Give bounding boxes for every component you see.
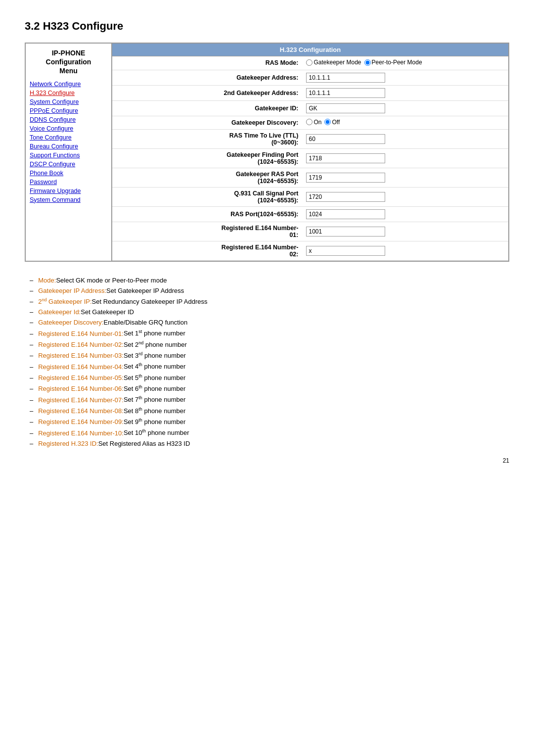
sidebar-item-dscp-configure[interactable]: DSCP Configure [30, 161, 107, 168]
desc-def-15: Set Registered Alias as H323 ID [98, 440, 190, 447]
desc-def-1: Set Gatekeeper IP Address [106, 287, 184, 294]
config-label-7: Gatekeeper RAS Port(1024~65535): [112, 168, 302, 188]
sidebar-item-pppoe-configure[interactable]: PPPoE Configure [30, 107, 107, 114]
config-input-1[interactable] [306, 73, 385, 83]
config-input-5[interactable] [306, 134, 385, 144]
config-content: H.323 Configuration RAS Mode: Gatekeeper… [112, 44, 508, 261]
sidebar-item-system-configure[interactable]: System Configure [30, 98, 107, 105]
config-label-8: Q.931 Call Signal Port(1024~65535): [112, 188, 302, 207]
config-label-10: Registered E.164 Number-01: [112, 222, 302, 241]
config-input-3[interactable] [306, 103, 385, 113]
sidebar-item-phone-book[interactable]: Phone Book [30, 170, 107, 177]
desc-item-1: Gatekeeper IP Address: Set Gatekeeper IP… [25, 287, 509, 294]
config-row-1: Gatekeeper Address: [112, 70, 508, 85]
desc-term-5: Registered E.164 Number-01: [38, 330, 124, 337]
desc-def-13: Set 9th phone number [124, 418, 185, 425]
config-value-2[interactable] [302, 85, 508, 100]
desc-term-14: Registered E.164 Number-10: [38, 429, 124, 437]
config-row-3: Gatekeeper ID: [112, 100, 508, 116]
desc-item-15: Registered H.323 ID: Set Registered Alia… [25, 440, 509, 447]
desc-item-13: Registered E.164 Number-09: Set 9th phon… [25, 418, 509, 425]
desc-item-6: Registered E.164 Number-02: Set 2nd phon… [25, 340, 509, 348]
config-value-6[interactable] [302, 149, 508, 168]
desc-term-10: Registered E.164 Number-06: [38, 385, 124, 392]
desc-item-5: Registered E.164 Number-01: Set 1st phon… [25, 329, 509, 337]
desc-def-8: Set 4th phone number [124, 362, 185, 370]
sidebar-item-tone-configure[interactable]: Tone Configure [30, 134, 107, 141]
config-label-9: RAS Port(1024~65535): [112, 207, 302, 222]
desc-term-6: Registered E.164 Number-02: [38, 341, 124, 348]
config-label-2: 2nd Gatekeeper Address: [112, 85, 302, 100]
config-row-4: Gatekeeper Discovery: On Off [112, 116, 508, 130]
config-label-4: Gatekeeper Discovery: [112, 116, 302, 130]
desc-item-7: Registered E.164 Number-03: Set 3rd phon… [25, 351, 509, 359]
sidebar-item-password[interactable]: Password [30, 179, 107, 186]
sidebar-item-bureau-configure[interactable]: Bureau Configure [30, 143, 107, 150]
sidebar-nav: Network ConfigureH.323 ConfigureSystem C… [30, 81, 107, 203]
page-number: 21 [25, 457, 509, 464]
desc-def-5: Set 1st phone number [124, 329, 185, 337]
desc-item-3: Gatekeeper Id: Set Gatekeeper ID [25, 308, 509, 316]
desc-term-11: Registered E.164 Number-07: [38, 396, 124, 404]
sidebar-item-firmware-upgrade[interactable]: Firmware Upgrade [30, 188, 107, 194]
sidebar-item-voice-configure[interactable]: Voice Configure [30, 125, 107, 132]
config-label-0: RAS Mode: [112, 56, 302, 70]
config-value-1[interactable] [302, 70, 508, 85]
config-value-3[interactable] [302, 100, 508, 116]
desc-term-3: Gatekeeper Id: [38, 308, 81, 316]
desc-item-12: Registered E.164 Number-08: Set 8th phon… [25, 407, 509, 415]
config-input-2[interactable] [306, 88, 385, 98]
config-input-6[interactable] [306, 153, 385, 163]
desc-def-12: Set 8th phone number [124, 407, 185, 415]
config-row-2: 2nd Gatekeeper Address: [112, 85, 508, 100]
config-row-6: Gatekeeper Finding Port(1024~65535): [112, 149, 508, 168]
sidebar-item-h323-configure[interactable]: H.323 Configure [30, 90, 107, 96]
desc-def-4: Enable/Disable GRQ function [103, 319, 187, 326]
config-row-11: Registered E.164 Number-02: [112, 241, 508, 261]
sidebar-item-support-functions[interactable]: Support Functions [30, 152, 107, 159]
desc-item-10: Registered E.164 Number-06: Set 6th phon… [25, 384, 509, 392]
sidebar-item-ddns-configure[interactable]: DDNS Configure [30, 116, 107, 123]
desc-def-11: Set 7th phone number [124, 395, 185, 403]
sidebar-brand: IP-PHONE Configuration Menu [30, 48, 107, 76]
desc-item-0: Mode: Select GK mode or Peer-to-Peer mod… [25, 277, 509, 284]
config-input-7[interactable] [306, 173, 385, 183]
desc-item-4: Gatekeeper Discovery: Enable/Disable GRQ… [25, 319, 509, 326]
config-input-8[interactable] [306, 192, 385, 202]
config-input-9[interactable] [306, 209, 385, 219]
config-input-10[interactable] [306, 227, 385, 236]
config-value-10[interactable] [302, 222, 508, 241]
desc-def-2: Set Redundancy Gatekeeper IP Address [92, 298, 208, 305]
config-value-9[interactable] [302, 207, 508, 222]
desc-term-8: Registered E.164 Number-04: [38, 363, 124, 371]
config-input-11[interactable] [306, 246, 385, 256]
config-row-0: RAS Mode: Gatekeeper Mode Peer-to-Peer M… [112, 56, 508, 70]
sidebar-item-network-configure[interactable]: Network Configure [30, 81, 107, 88]
desc-item-9: Registered E.164 Number-05: Set 5th phon… [25, 374, 509, 381]
desc-item-2: 2nd Gatekeeper IP: Set Redundancy Gateke… [25, 297, 509, 305]
config-value-5[interactable] [302, 130, 508, 149]
desc-term-2: 2nd Gatekeeper IP: [38, 297, 91, 305]
sidebar-item-system-command[interactable]: System Command [30, 196, 107, 203]
config-value-11[interactable] [302, 241, 508, 261]
config-label-5: RAS Time To Live (TTL)(0~3600): [112, 130, 302, 149]
desc-item-14: Registered E.164 Number-10: Set 10th pho… [25, 428, 509, 436]
config-value-0: Gatekeeper Mode Peer-to-Peer Mode [302, 56, 508, 70]
desc-def-9: Set 5th phone number [124, 374, 185, 381]
config-header: H.323 Configuration [112, 44, 508, 56]
desc-term-4: Gatekeeper Discovery: [38, 319, 103, 326]
desc-term-13: Registered E.164 Number-09: [38, 418, 124, 425]
desc-def-3: Set Gatekeeper ID [81, 308, 134, 316]
config-value-7[interactable] [302, 168, 508, 188]
desc-term-12: Registered E.164 Number-08: [38, 407, 124, 415]
page-title: 3.2 H323 Configure [25, 20, 509, 33]
config-row-5: RAS Time To Live (TTL)(0~3600): [112, 130, 508, 149]
desc-item-8: Registered E.164 Number-04: Set 4th phon… [25, 362, 509, 370]
config-label-1: Gatekeeper Address: [112, 70, 302, 85]
config-label-6: Gatekeeper Finding Port(1024~65535): [112, 149, 302, 168]
desc-def-0: Select GK mode or Peer-to-Peer mode [56, 277, 167, 284]
config-table: RAS Mode: Gatekeeper Mode Peer-to-Peer M… [112, 56, 508, 261]
desc-term-9: Registered E.164 Number-05: [38, 374, 124, 381]
desc-term-0: Mode: [38, 277, 56, 284]
config-value-8[interactable] [302, 188, 508, 207]
